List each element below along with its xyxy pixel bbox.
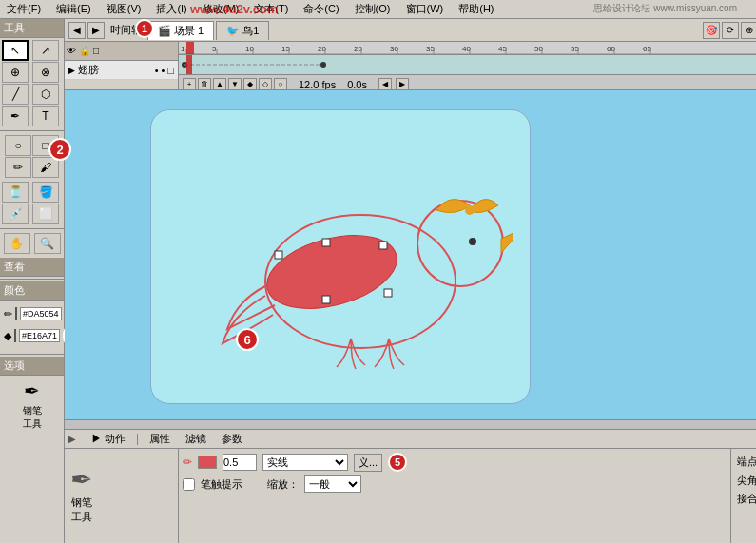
hand-tool[interactable]: ✋ [4, 233, 30, 254]
h-scrollbar[interactable] [65, 419, 756, 429]
layer-up-btn[interactable]: ▲ [213, 78, 226, 90]
bottom-panel-icon: ▶ [68, 434, 76, 444]
oval-tool[interactable]: ○ [5, 135, 31, 156]
join-label: 接合： [737, 492, 756, 506]
timeline-body: 👁 🔒 □ ▶ 翅膀 • • □ [65, 42, 756, 89]
layer-lock-icon: • [161, 65, 165, 76]
pen-tool-sub: 工具 [23, 417, 42, 431]
text-tool[interactable]: T [32, 106, 59, 126]
endpoint-row: 端点： 自 ⊡ [737, 455, 756, 469]
stroke-color-value[interactable]: #DA5054 [20, 307, 62, 320]
menu-text[interactable]: 文本(T) [251, 2, 291, 16]
line-style-select[interactable]: 实线 [262, 454, 348, 471]
forward-btn[interactable]: ▶ [87, 22, 105, 39]
sharp-row: 尖角： [737, 472, 756, 489]
bottom-tab-action[interactable]: ▶ 动作 [87, 432, 129, 446]
lasso-tool[interactable]: ⬡ [32, 84, 59, 105]
menu-view[interactable]: 视图(V) [104, 2, 145, 16]
zoom-icon-1[interactable]: 🎯 [703, 22, 720, 39]
add-keyframe[interactable]: ◆ [243, 78, 257, 90]
pen-tool[interactable]: ✒ [2, 106, 29, 126]
stroke-pen-icon: ✏ [183, 456, 192, 469]
del-layer-btn[interactable]: 🗑 [198, 78, 211, 90]
tl-scroll-left[interactable]: ◀ [378, 78, 392, 90]
fill-color-value[interactable]: #E16A71 [19, 329, 60, 342]
svg-text:5: 5 [212, 45, 217, 53]
paint-bucket[interactable]: 🪣 [32, 182, 59, 203]
svg-rect-42 [379, 242, 387, 249]
stroke-pencil-icon: ✏ [4, 308, 12, 320]
zoom-tool[interactable]: 🔍 [34, 233, 61, 254]
free-transform[interactable]: ⊕ [2, 62, 29, 83]
bird-svg [208, 139, 513, 386]
layer-row: ▶ 翅膀 • • □ [65, 61, 178, 80]
menu-help[interactable]: 帮助(H) [456, 2, 496, 16]
svg-rect-43 [384, 289, 392, 297]
select-tool[interactable]: ↖ [2, 40, 29, 61]
brush-tool[interactable]: 🖌 [32, 157, 59, 178]
pen-tool-sub-name: 工具 [71, 510, 92, 524]
right-content: ◀ ▶ 时间轴 1 🎬 场景 1 🐦 鸟1 🎯 ⟳ ⊕ ⊖ [65, 19, 756, 543]
zoom-icons: 🎯 ⟳ ⊕ ⊖ [703, 22, 756, 39]
fps-display: 12.0 fps [299, 79, 336, 90]
custom-btn[interactable]: 义... [354, 454, 382, 472]
subselect-tool[interactable]: ↗ [32, 40, 59, 61]
canvas-scroll-area: 6 [65, 90, 756, 429]
menu-command[interactable]: 命令(C) [300, 2, 341, 16]
svg-point-35 [417, 201, 503, 286]
tl-scroll-right[interactable]: ▶ [396, 78, 409, 90]
tab-bird[interactable]: 🐦 鸟1 [216, 21, 269, 40]
svg-point-36 [259, 223, 404, 321]
svg-point-38 [465, 205, 475, 215]
tip-checkbox[interactable] [183, 478, 195, 491]
menu-insert[interactable]: 插入(I) [153, 2, 189, 16]
fill-color-swatch[interactable] [14, 329, 16, 342]
bottom-right: 端点： 自 ⊡ 尖角： 接合： ≪ [730, 449, 756, 543]
stroke-color-swatch[interactable] [15, 307, 17, 320]
divider [137, 434, 138, 445]
zoom-icon-2[interactable]: ⟳ [722, 22, 739, 39]
bottom-tab-params[interactable]: 参数 [218, 432, 246, 446]
fill-transform[interactable]: ⊗ [32, 62, 59, 83]
menu-edit[interactable]: 编辑(E) [53, 2, 94, 16]
join-row: 接合： ≪ [737, 492, 756, 506]
zoom-icon-3[interactable]: ⊕ [741, 22, 756, 39]
layer-expand-icon: ▶ [68, 66, 75, 75]
zoom-area: 🎯 ⟳ ⊕ ⊖ ▼ [703, 22, 756, 39]
menu-file[interactable]: 文件(F) [4, 2, 44, 16]
options-label: 选项 [0, 357, 64, 376]
eraser-tool[interactable]: ⬜ [32, 204, 59, 224]
tab-scene[interactable]: 🎬 场景 1 [147, 21, 214, 40]
color-section: ✏ #DA5054 3 ◆ #E16A71 4 [0, 301, 64, 352]
del-keyframe[interactable]: ◇ [259, 78, 272, 90]
stroke-color-mini[interactable] [198, 456, 217, 469]
stroke-width-input[interactable] [223, 454, 257, 471]
stage [150, 109, 531, 404]
bottom-tab-props[interactable]: 属性 [145, 432, 174, 446]
bottom-left: ✒ 钢笔 工具 [65, 449, 179, 543]
line-tool[interactable]: ╱ [2, 84, 29, 105]
layer-name[interactable]: 翅膀 [78, 63, 152, 77]
eyedropper-tool[interactable]: 💉 [2, 204, 29, 224]
frames-panel: 1 5 10 15 20 25 30 [179, 42, 756, 89]
view-label: 查看 [0, 258, 64, 277]
bottom-tab-filter[interactable]: 滤镜 [182, 432, 210, 446]
menu-modify[interactable]: 修改(M) [200, 2, 242, 16]
layer-panel: 👁 🔒 □ ▶ 翅膀 • • □ [65, 42, 179, 89]
tab-scene-label: 场景 1 [174, 24, 204, 38]
tab-bird-label: 鸟1 [242, 24, 259, 38]
add-layer-btn[interactable]: + [183, 78, 196, 90]
scale-select[interactable]: 一般 [304, 475, 361, 493]
pencil-tool[interactable]: ✏ [5, 157, 31, 178]
bottom-tabs: ▶ ▶ 动作 属性 滤镜 参数 ? [65, 430, 756, 449]
toolbar-label: 工具 [0, 19, 64, 38]
back-btn[interactable]: ◀ [68, 22, 86, 39]
menu-control[interactable]: 控制(O) [352, 2, 394, 16]
ink-bottle[interactable]: 🫙 [2, 182, 29, 203]
blank-keyframe[interactable]: ○ [274, 78, 287, 90]
sharp-label: 尖角： [737, 474, 756, 488]
menu-window[interactable]: 窗口(W) [403, 2, 447, 16]
tip-prop-row: 笔触提示 缩放： 一般 [183, 475, 727, 493]
layer-frame-icon: □ [167, 65, 174, 76]
layer-down-btn[interactable]: ▼ [228, 78, 242, 90]
